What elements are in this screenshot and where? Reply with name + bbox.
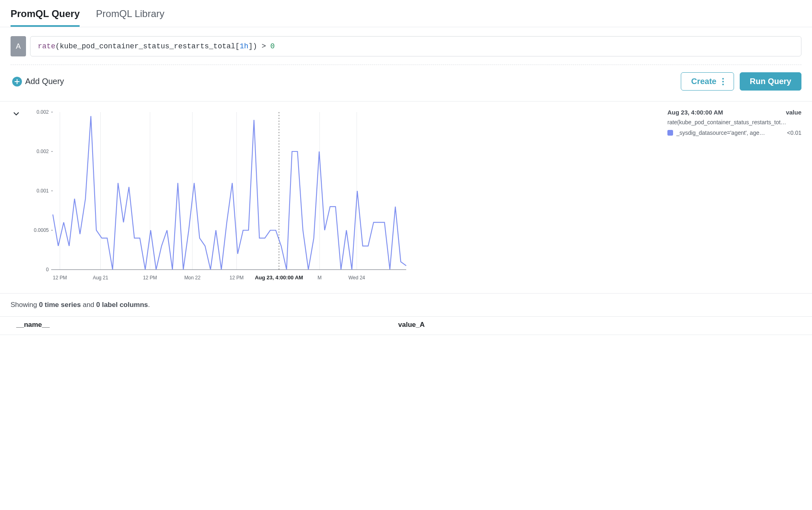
query-token-opensq: [: [235, 42, 240, 50]
legend-item-value: <0.01: [787, 130, 801, 136]
summary-col-count: 0 label columns: [96, 301, 148, 309]
query-token-openparen: (: [55, 42, 60, 50]
collapse-toggle[interactable]: [12, 110, 20, 118]
tab-promql-query[interactable]: PromQL Query: [11, 8, 80, 27]
svg-text:0: 0: [46, 267, 49, 272]
table-head: __name__ value_A: [0, 317, 812, 335]
chart-area[interactable]: 00.00050.0010.0020.00212 PMAug 2112 PMMo…: [28, 109, 410, 283]
table-col-name[interactable]: __name__: [16, 321, 398, 329]
query-token-operator: >: [262, 42, 266, 50]
chart-section: 00.00050.0010.0020.00212 PMAug 2112 PMMo…: [0, 102, 812, 294]
query-token-closeparen: ): [253, 42, 257, 50]
legend-panel: Aug 23, 4:00:00 AM value rate(kube_pod_c…: [667, 109, 801, 283]
svg-text:0.0005: 0.0005: [34, 227, 49, 233]
svg-text:0.002: 0.002: [37, 149, 49, 154]
query-token-number: 0: [271, 42, 275, 50]
svg-text:12 PM: 12 PM: [53, 275, 67, 281]
legend-series-name: rate(kube_pod_container_status_restarts_…: [667, 119, 801, 125]
create-label: Create: [691, 77, 716, 86]
svg-text:0.002: 0.002: [37, 109, 49, 115]
svg-text:12 PM: 12 PM: [230, 275, 244, 281]
chart-svg: 00.00050.0010.0020.00212 PMAug 2112 PMMo…: [28, 109, 410, 283]
svg-text:Aug 23, 4:00:00 AM: Aug 23, 4:00:00 AM: [255, 274, 303, 281]
query-token-metric: kube_pod_container_status_restarts_total: [60, 42, 235, 50]
actions-row: Add Query Create Run Query: [0, 65, 812, 102]
query-badge: A: [11, 36, 26, 56]
summary-row: Showing 0 time series and 0 label column…: [0, 294, 812, 317]
tab-bar: PromQL Query PromQL Library: [0, 0, 812, 27]
legend-swatch: [667, 130, 673, 136]
tab-promql-library[interactable]: PromQL Library: [96, 8, 165, 27]
query-row: A rate(kube_pod_container_status_restart…: [0, 27, 812, 61]
summary-ts-count: 0 time series: [39, 301, 81, 309]
svg-text:M: M: [318, 275, 322, 281]
table-col-value[interactable]: value_A: [398, 321, 424, 329]
svg-text:12 PM: 12 PM: [143, 275, 157, 281]
run-query-button[interactable]: Run Query: [740, 72, 801, 91]
legend-time: Aug 23, 4:00:00 AM: [667, 109, 723, 116]
svg-text:0.001: 0.001: [37, 188, 49, 194]
query-input[interactable]: rate(kube_pod_container_status_restarts_…: [30, 36, 801, 56]
legend-item-label: _sysdig_datasource='agent', agent…: [676, 130, 766, 136]
add-query-label: Add Query: [25, 77, 64, 86]
svg-text:Aug 21: Aug 21: [93, 275, 108, 281]
query-token-closesq: ]: [249, 42, 253, 50]
query-token-func: rate: [38, 42, 55, 50]
svg-text:Mon 22: Mon 22: [184, 275, 201, 281]
summary-mid: and: [81, 301, 96, 309]
summary-prefix: Showing: [11, 301, 39, 309]
summary-suffix: .: [148, 301, 150, 309]
svg-text:Wed 24: Wed 24: [349, 275, 365, 281]
kebab-icon: [722, 78, 724, 85]
add-query-button[interactable]: Add Query: [12, 77, 64, 86]
legend-item[interactable]: _sysdig_datasource='agent', agent… <0.01: [667, 130, 801, 136]
legend-value-header: value: [786, 109, 801, 116]
create-button[interactable]: Create: [681, 72, 734, 91]
query-token-duration: 1h: [240, 42, 249, 50]
run-query-label: Run Query: [750, 77, 791, 86]
plus-icon: [12, 77, 22, 86]
